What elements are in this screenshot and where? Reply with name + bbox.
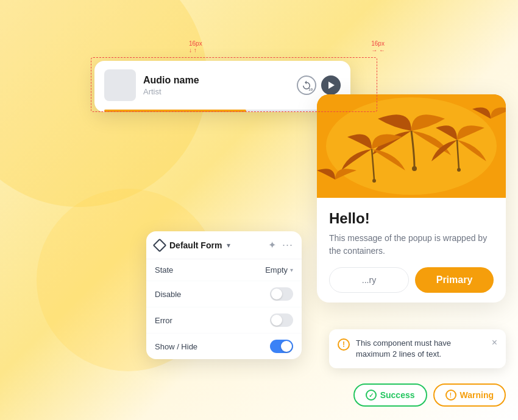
audio-info: Audio name Artist	[143, 75, 289, 96]
warning-icon: !	[338, 338, 350, 351]
audio-title: Audio name	[143, 75, 289, 86]
error-toggle[interactable]	[270, 313, 293, 327]
svg-point-4	[457, 168, 461, 172]
popup-card: Hello! This message of the popup is wrap…	[317, 94, 506, 303]
disable-toggle[interactable]	[270, 287, 293, 301]
props-header-right: ✦ ···	[268, 239, 293, 251]
popup-illustration	[317, 94, 506, 198]
audio-thumbnail	[104, 69, 136, 101]
show-hide-label: Show / Hide	[155, 342, 197, 351]
state-value: Empty	[265, 265, 288, 275]
audio-controls: 10	[297, 75, 341, 95]
annotation-16px-top: 16px ↓ ↑	[189, 40, 202, 54]
popup-title: Hello!	[329, 210, 494, 227]
show-hide-toggle[interactable]	[270, 340, 293, 353]
state-value-container[interactable]: Empty ▾	[265, 265, 293, 275]
props-header: Default Form ▾ ✦ ···	[146, 231, 302, 259]
popup-buttons: ...ry Primary	[329, 267, 494, 293]
toast-message: This component must have maximum 2 lines…	[356, 338, 486, 360]
svg-point-2	[412, 166, 417, 171]
warning-badge[interactable]: ! Warning	[433, 383, 506, 407]
content-area: 16px ↓ ↑ 16px → ← 8px↑ 16px↑ Audio name …	[0, 0, 518, 420]
error-label: Error	[155, 316, 172, 325]
success-badge[interactable]: ✓ Success	[353, 383, 427, 407]
replay-button[interactable]: 10	[297, 75, 316, 95]
toast-close-button[interactable]: ×	[492, 338, 497, 348]
secondary-button[interactable]: ...ry	[329, 267, 409, 293]
chevron-down-icon: ▾	[227, 241, 230, 250]
diamond-icon	[153, 238, 167, 252]
warning-label: Warning	[460, 390, 494, 400]
play-button[interactable]	[321, 75, 341, 95]
popup-body: Hello! This message of the popup is wrap…	[317, 198, 506, 303]
success-icon: ✓	[366, 390, 377, 401]
audio-card: Audio name Artist 10	[94, 61, 350, 112]
audio-artist: Artist	[143, 87, 289, 96]
success-label: Success	[380, 390, 415, 400]
state-chevron-icon: ▾	[290, 267, 293, 273]
warning-badge-icon: !	[445, 390, 456, 401]
properties-panel: Default Form ▾ ✦ ··· State Empty ▾ Disab…	[146, 231, 302, 359]
more-icon[interactable]: ···	[282, 239, 293, 251]
disable-row: Disable	[146, 281, 302, 307]
props-header-left: Default Form ▾	[155, 240, 230, 250]
props-title: Default Form	[169, 240, 222, 250]
svg-point-3	[372, 179, 376, 183]
state-label: State	[155, 265, 173, 275]
popup-text: This message of the popup is wrapped by …	[329, 232, 494, 257]
status-badges: ✓ Success ! Warning	[353, 383, 506, 407]
error-row: Error	[146, 307, 302, 334]
toast-notification: ! This component must have maximum 2 lin…	[329, 329, 506, 368]
show-hide-row: Show / Hide	[146, 334, 302, 359]
disable-label: Disable	[155, 290, 181, 299]
move-icon[interactable]: ✦	[268, 239, 276, 251]
audio-progress-fill	[104, 110, 246, 112]
audio-progress-bar[interactable]	[104, 110, 341, 112]
primary-button[interactable]: Primary	[415, 267, 494, 293]
popup-image	[317, 94, 506, 198]
state-row: State Empty ▾	[146, 259, 302, 281]
annotation-16px-right: 16px → ←	[371, 40, 385, 54]
